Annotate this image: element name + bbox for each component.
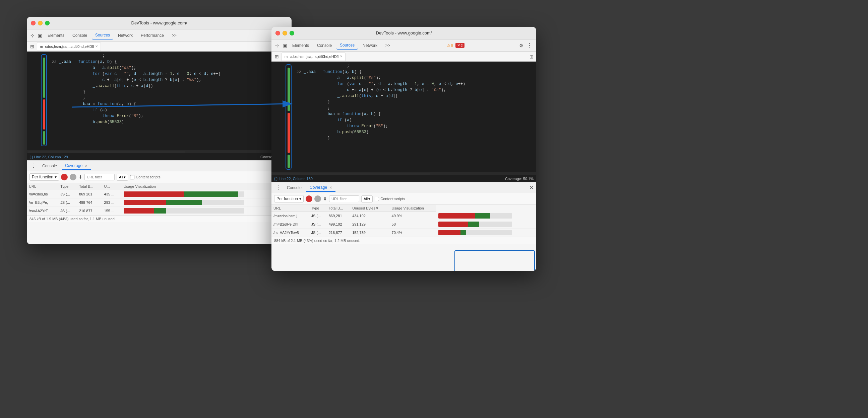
content-scripts-label-left[interactable]: Content scripts bbox=[130, 175, 160, 179]
code-scrollbar-left[interactable] bbox=[27, 150, 291, 153]
coverage-tab-close-right[interactable]: ✕ bbox=[330, 186, 332, 189]
cursor-icon-right[interactable]: ⊹ bbox=[274, 42, 280, 48]
tab-console-left[interactable]: Console bbox=[69, 32, 91, 39]
rrow1-url: /m=cdos,hsm,j bbox=[272, 212, 309, 220]
tab-more-right[interactable]: >> bbox=[382, 42, 394, 49]
expand-icon-right[interactable]: ◫ bbox=[528, 54, 534, 60]
panel-close-right[interactable]: ✕ bbox=[529, 184, 533, 191]
rrow3-type: JS (... bbox=[309, 228, 327, 237]
tab-elements-left[interactable]: Elements bbox=[44, 32, 68, 39]
coverage-table-right: URL Type Total B... Unused Bytes▼ Usage … bbox=[272, 205, 536, 237]
tab-sources-left[interactable]: Sources bbox=[92, 31, 113, 39]
tab-network-right[interactable]: Network bbox=[359, 42, 381, 49]
file-tab-close-left[interactable]: ✕ bbox=[95, 44, 98, 48]
clear-button-right[interactable] bbox=[314, 196, 321, 202]
coverage-green-bar2-left bbox=[43, 131, 45, 145]
panel-tab-coverage-left[interactable]: Coverage ✕ bbox=[62, 162, 91, 170]
download-button-right[interactable]: ⬇ bbox=[323, 196, 327, 202]
col-url-left: URL bbox=[27, 183, 58, 190]
table-row[interactable]: /m=cdos,hsm,j JS (... 869,281 434,192 49… bbox=[272, 212, 536, 220]
code-line-8: ; bbox=[27, 95, 291, 101]
record-button-right[interactable] bbox=[306, 196, 312, 202]
panel-menu-right[interactable]: ⋮ bbox=[274, 184, 282, 191]
clear-button-left[interactable] bbox=[70, 174, 76, 180]
file-tab-label-left: m=cdos,hsm,jsa,...c,dtl0hd,eHDfl bbox=[40, 44, 94, 48]
maximize-button-right[interactable] bbox=[289, 31, 294, 35]
rrow2-type: JS (... bbox=[309, 220, 327, 228]
file-tab-left[interactable]: m=cdos,hsm,jsa,...c,dtl0hd,eHDfl ✕ bbox=[37, 42, 101, 51]
code-scrollbar-right[interactable] bbox=[272, 172, 536, 175]
close-button-left[interactable] bbox=[31, 21, 35, 26]
tab-elements-right[interactable]: Elements bbox=[289, 42, 312, 49]
panel-menu-left[interactable]: ⋮ bbox=[30, 163, 37, 169]
status-bar-left: { } Line 22, Column 129 Coverage: 49.9% bbox=[27, 153, 291, 160]
tab-sources-right[interactable]: Sources bbox=[337, 41, 358, 49]
all-dropdown-left[interactable]: All ▾ bbox=[117, 174, 128, 181]
panel-tab-console-right[interactable]: Console bbox=[283, 184, 305, 191]
tab-console-right[interactable]: Console bbox=[314, 42, 335, 49]
bottom-panel-left: ⋮ Console Coverage ✕ ✕ Per function ▾ ⬇ … bbox=[27, 160, 291, 244]
row1-unused: 435 ... bbox=[102, 190, 122, 199]
code-line-5: c += a[e] + (e < b.length ? b[e] : "%s")… bbox=[27, 77, 291, 83]
per-function-button-right[interactable]: Per function ▾ bbox=[274, 195, 304, 203]
code-line-11: throw Error("B"); bbox=[27, 113, 291, 119]
code-line-3: a = a.split("%s"); bbox=[27, 65, 291, 71]
code-line-12: b.push(65533) bbox=[27, 119, 291, 125]
coverage-tab-close-left[interactable]: ✕ bbox=[85, 164, 88, 168]
per-function-button-left[interactable]: Per function ▾ bbox=[30, 173, 59, 181]
code-line-7: } bbox=[27, 89, 291, 95]
sidebar-toggle-left[interactable]: ⊞ bbox=[29, 43, 35, 50]
table-row[interactable]: /rs=AA2YrTsw5 JS (... 216,877 152,739 70… bbox=[272, 228, 536, 237]
col-unused-right: Unused Bytes▼ bbox=[350, 205, 390, 212]
rrow1-viz bbox=[436, 212, 536, 220]
download-button-left[interactable]: ⬇ bbox=[79, 174, 83, 180]
all-dropdown-right[interactable]: All ▾ bbox=[361, 196, 373, 203]
tab-network-left[interactable]: Network bbox=[115, 32, 136, 39]
coverage-toolbar-right: Per function ▾ ⬇ All ▾ Content scripts bbox=[272, 193, 536, 205]
row3-total: 216 877 bbox=[77, 207, 102, 215]
panel-tab-console-left[interactable]: Console bbox=[39, 162, 60, 170]
tab-performance-left[interactable]: Performance bbox=[137, 32, 167, 39]
code-line-r6: _.aa.call(this, c + a[d]) bbox=[272, 93, 536, 99]
table-row[interactable]: /rs=AA2YrT JS (... 216 877 155 ... bbox=[27, 207, 291, 215]
coverage-table-left: URL Type Total B... U... Usage Visualiza… bbox=[27, 183, 291, 215]
coverage-toolbar-left: Per function ▾ ⬇ All ▾ Content scripts bbox=[27, 171, 291, 183]
code-line-r8: ; bbox=[272, 105, 536, 111]
tab-more-left[interactable]: >> bbox=[168, 32, 180, 39]
device-icon-right[interactable]: ▣ bbox=[281, 42, 287, 48]
gear-icon-right[interactable]: ⚙ bbox=[518, 42, 524, 48]
code-line-r7: } bbox=[272, 99, 536, 105]
content-scripts-label-right[interactable]: Content scripts bbox=[375, 197, 405, 201]
file-tab-close-right[interactable]: ✕ bbox=[340, 55, 342, 58]
table-row[interactable]: /m=B2qlPe, JS (... 498 764 293 ... bbox=[27, 199, 291, 207]
code-line-4: for (var c = "", d = a.length - 1, e = 0… bbox=[27, 71, 291, 77]
maximize-button-left[interactable] bbox=[45, 21, 50, 26]
minimize-button-right[interactable] bbox=[282, 31, 287, 35]
content-scripts-checkbox-left[interactable] bbox=[130, 175, 134, 179]
devtools-window-right: DevTools - www.google.com/ ⊹ ▣ Elements … bbox=[272, 27, 536, 271]
file-tab-right[interactable]: m=cdos,hsm,jsa,...c,dtl0hd,eHDfl ✕ bbox=[281, 52, 345, 61]
row1-type: JS (... bbox=[58, 190, 77, 199]
close-button-right[interactable] bbox=[276, 31, 280, 35]
row3-url: /rs=AA2YrT bbox=[27, 207, 58, 215]
sidebar-toggle-right[interactable]: ⊞ bbox=[274, 53, 280, 60]
bottom-panel-right: ⋮ Console Coverage ✕ ✕ Per function ▾ ⬇ … bbox=[272, 182, 536, 271]
more-options-right[interactable]: ⋮ bbox=[526, 42, 533, 48]
content-scripts-checkbox-right[interactable] bbox=[375, 197, 379, 201]
record-button-left[interactable] bbox=[61, 174, 68, 180]
minimize-button-left[interactable] bbox=[38, 21, 42, 26]
code-line-r5: c += a[e] + (e < b.length ? b[e] : "%s")… bbox=[272, 87, 536, 93]
cursor-icon[interactable]: ⊹ bbox=[30, 32, 35, 38]
rusage-bar-green-row3 bbox=[461, 230, 466, 235]
col-viz-right: Usage Visualization bbox=[390, 205, 436, 212]
panel-tab-coverage-right[interactable]: Coverage ✕ bbox=[306, 184, 336, 192]
device-icon[interactable]: ▣ bbox=[37, 32, 43, 38]
url-filter-left[interactable] bbox=[85, 174, 115, 180]
rrow1-total: 869,281 bbox=[327, 212, 350, 220]
table-row[interactable]: /m=cdos,hs JS (... 869 281 435 ... bbox=[27, 190, 291, 199]
url-filter-right[interactable] bbox=[329, 196, 359, 202]
table-row[interactable]: /m=B2qlPe,Dhl JS (... 499,102 291,129 58 bbox=[272, 220, 536, 228]
coverage-red-bar-left bbox=[43, 99, 45, 130]
status-coverage-right: Coverage: 50.1% bbox=[505, 177, 533, 181]
warning-badge-right: ⚠ 5 bbox=[447, 43, 453, 47]
